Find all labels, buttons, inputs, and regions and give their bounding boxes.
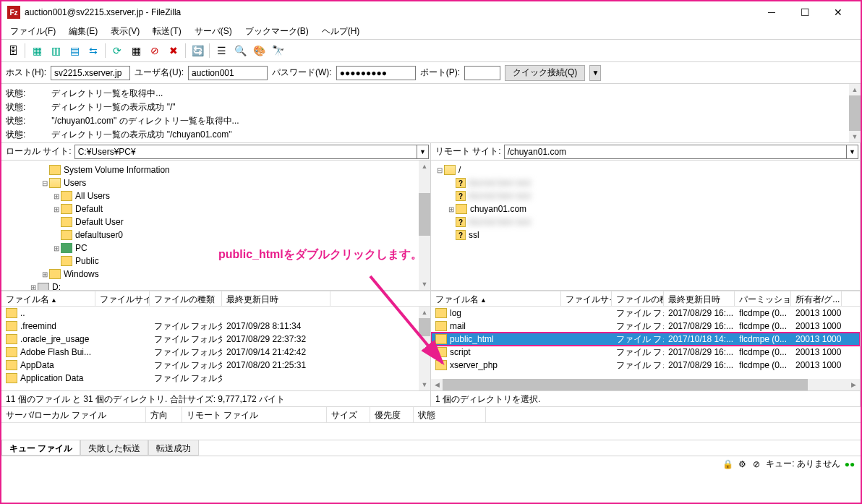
list-item[interactable]: Adobe Flash Bui...ファイル フォルダー2017/09/14 2… xyxy=(1,346,430,359)
list-item[interactable]: xserver_phpファイル フォ...2017/08/29 16:...fl… xyxy=(431,359,860,372)
remote-tree[interactable]: ⊟/?blurred item text?blurred item text⊞c… xyxy=(431,161,860,291)
menu-item[interactable]: 転送(T) xyxy=(147,24,187,39)
quickconnect-dropdown[interactable]: ▼ xyxy=(589,65,601,81)
remote-file-list[interactable]: logファイル フォ...2017/08/29 16:...flcdmpe (0… xyxy=(431,307,860,390)
column-header[interactable]: ファイル名▲ xyxy=(431,291,561,306)
close-button[interactable]: ✕ xyxy=(822,2,855,22)
tree-item[interactable]: System Volume Information xyxy=(6,163,426,176)
queue-column[interactable]: 状態 xyxy=(414,407,486,422)
port-input[interactable] xyxy=(464,66,500,80)
tree-item[interactable]: ⊞PC xyxy=(6,242,426,255)
transfer-tab[interactable]: 失敗した転送 xyxy=(80,440,148,456)
queue-column[interactable]: 優先度 xyxy=(370,407,414,422)
refresh-icon[interactable]: ⟳ xyxy=(108,42,126,59)
toggle-sync-icon[interactable]: ⇆ xyxy=(85,42,102,59)
column-header[interactable]: 所有者/グ... xyxy=(791,291,842,306)
tree-item[interactable]: ⊞Windows xyxy=(6,268,426,281)
column-header[interactable]: 最終更新日時 xyxy=(664,291,735,306)
tree-item[interactable]: ⊞chuyan01.com xyxy=(435,202,855,215)
local-tree-scrollbar[interactable]: ▲▼ xyxy=(419,161,430,290)
tree-item[interactable]: ?blurred item text xyxy=(435,176,855,189)
column-header[interactable]: ファイル名▲ xyxy=(1,291,95,306)
tree-item[interactable]: ?blurred item text xyxy=(435,215,855,228)
column-header[interactable]: ファイルの種類 xyxy=(612,291,664,306)
tree-toggle[interactable]: ⊟ xyxy=(435,166,444,174)
tree-item[interactable]: ⊞All Users xyxy=(6,189,426,202)
queue-column[interactable]: 方向 xyxy=(146,407,182,422)
tree-toggle[interactable]: ⊞ xyxy=(52,205,61,213)
compare-icon[interactable]: 🎨 xyxy=(250,42,268,59)
list-item[interactable]: public_htmlファイル フォ...2017/10/18 14:...fl… xyxy=(431,333,860,346)
menu-item[interactable]: ヘルプ(H) xyxy=(316,24,366,39)
list-item[interactable]: AppDataファイル フォルダー2017/08/20 21:25:31 xyxy=(1,359,430,372)
queue-column[interactable]: サーバ/ローカル ファイル xyxy=(1,407,146,422)
gear-icon[interactable]: ⚙ xyxy=(737,459,747,469)
list-item[interactable]: .freemindファイル フォルダー2017/09/28 8:11:34 xyxy=(1,320,430,333)
column-header[interactable]: ファイルサイズ xyxy=(561,291,612,306)
local-path-input[interactable] xyxy=(74,145,417,159)
remote-path-dropdown[interactable]: ▼ xyxy=(847,145,858,159)
tree-item[interactable]: ⊟/ xyxy=(435,163,855,176)
filter-icon[interactable]: ☰ xyxy=(213,42,230,59)
list-item[interactable]: Application Dataファイル フォルダー xyxy=(1,372,430,385)
transfer-tab[interactable]: 転送成功 xyxy=(148,440,199,456)
column-header[interactable]: ファイルサイズ xyxy=(95,291,150,306)
column-header[interactable]: パーミッション xyxy=(735,291,791,306)
lock-icon[interactable]: 🔒 xyxy=(722,459,733,469)
scroll-down-icon[interactable]: ▼ xyxy=(849,131,861,142)
tree-toggle[interactable]: ⊞ xyxy=(52,244,61,252)
tree-item[interactable]: Public xyxy=(6,255,426,268)
toggle-log-icon[interactable]: ▦ xyxy=(28,42,46,59)
queue-column[interactable]: サイズ xyxy=(327,407,370,422)
cancel-icon[interactable]: ⊘ xyxy=(146,42,163,59)
tree-item[interactable]: defaultuser0 xyxy=(6,228,426,242)
maximize-button[interactable]: ☐ xyxy=(788,2,822,22)
binoculars-icon[interactable]: 🔭 xyxy=(269,42,286,59)
transfer-tab[interactable]: キュー ファイル xyxy=(1,440,80,456)
tree-item[interactable]: ?blurred item text xyxy=(435,189,855,202)
tree-toggle[interactable]: ⊞ xyxy=(40,270,49,278)
local-file-list[interactable]: ...freemindファイル フォルダー2017/09/28 8:11:34.… xyxy=(1,307,430,390)
column-header[interactable]: 最終更新日時 xyxy=(222,291,330,306)
queue-column[interactable]: リモート ファイル xyxy=(182,407,327,422)
toggle-tree-icon[interactable]: ▥ xyxy=(47,42,64,59)
tree-item[interactable]: Default User xyxy=(6,215,426,228)
disconnect-icon[interactable]: ✖ xyxy=(165,42,182,59)
menu-item[interactable]: 表示(V) xyxy=(105,24,145,39)
process-queue-icon[interactable]: ▦ xyxy=(127,42,145,59)
reconnect-icon[interactable]: 🔄 xyxy=(189,42,206,59)
quickconnect-button[interactable]: クイック接続(Q) xyxy=(505,65,585,81)
host-input[interactable] xyxy=(51,66,130,80)
scroll-up-icon[interactable]: ▲ xyxy=(849,84,861,95)
list-item[interactable]: scriptファイル フォ...2017/08/29 16:...flcdmpe… xyxy=(431,346,860,359)
menu-item[interactable]: ブックマーク(B) xyxy=(239,24,315,39)
local-tree[interactable]: System Volume Information⊟Users⊞All User… xyxy=(1,161,430,291)
user-input[interactable] xyxy=(188,66,268,80)
pass-input[interactable] xyxy=(336,66,416,80)
tree-item[interactable]: ⊞Default xyxy=(6,202,426,215)
tree-toggle[interactable]: ⊞ xyxy=(29,283,38,291)
list-item[interactable]: .oracle_jre_usageファイル フォルダー2017/08/29 22… xyxy=(1,333,430,346)
menu-item[interactable]: ファイル(F) xyxy=(4,24,61,39)
list-item[interactable]: logファイル フォ...2017/08/29 16:...flcdmpe (0… xyxy=(431,307,860,320)
local-path-dropdown[interactable]: ▼ xyxy=(417,145,429,159)
toggle-queue-icon[interactable]: ▤ xyxy=(66,42,83,59)
tree-item[interactable]: ?ssl xyxy=(435,228,855,242)
remote-list-hscroll[interactable]: ◀▶ xyxy=(431,379,860,390)
tree-toggle[interactable]: ⊞ xyxy=(52,192,61,200)
sitemanager-icon[interactable]: 🗄 xyxy=(4,42,22,59)
menu-item[interactable]: サーバ(S) xyxy=(189,24,238,39)
tree-toggle[interactable]: ⊞ xyxy=(447,205,456,213)
tree-item[interactable]: ⊟Users xyxy=(6,176,426,189)
column-header[interactable]: ファイルの種類 xyxy=(150,291,222,306)
tree-toggle[interactable]: ⊟ xyxy=(40,179,49,187)
list-item[interactable]: .. xyxy=(1,307,430,320)
menu-item[interactable]: 編集(E) xyxy=(63,24,103,39)
search-icon[interactable]: 🔍 xyxy=(231,42,249,59)
tree-item[interactable]: ⊞D: xyxy=(6,281,426,291)
local-list-scrollbar[interactable]: ▲▼ xyxy=(419,307,430,390)
minimize-button[interactable]: ─ xyxy=(755,2,788,22)
log-scrollbar[interactable]: ▲ ▼ xyxy=(849,84,861,142)
list-item[interactable]: mailファイル フォ...2017/08/29 16:...flcdmpe (… xyxy=(431,320,860,333)
remote-path-input[interactable] xyxy=(504,145,847,159)
